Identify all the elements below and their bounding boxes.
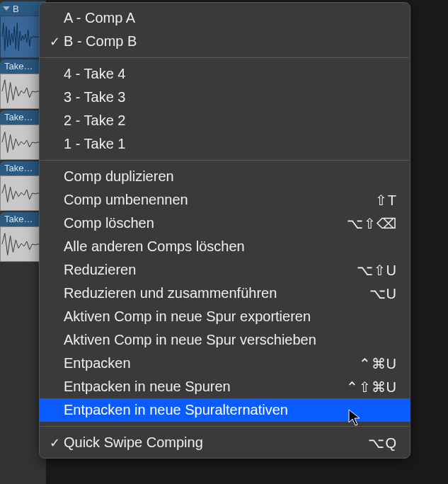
menu-item-label: Entpacken bbox=[64, 355, 359, 371]
menu-item-shortcut: ⌥U bbox=[369, 285, 397, 302]
menu-item[interactable]: 2 - Take 2 bbox=[40, 109, 410, 132]
take-folder-context-menu[interactable]: A - Comp A✓B - Comp B4 - Take 43 - Take … bbox=[39, 2, 410, 459]
menu-item-shortcut: ⌃⌘U bbox=[359, 355, 397, 372]
menu-item-label: Alle anderen Comps löschen bbox=[64, 238, 397, 255]
menu-item-label: Entpacken in neue Spuralternativen bbox=[64, 402, 397, 418]
menu-item-label: Comp duplizieren bbox=[64, 168, 397, 185]
menu-item-label: Entpacken in neue Spuren bbox=[64, 379, 346, 395]
menu-item-label: Comp umbenennen bbox=[64, 192, 375, 208]
menu-item[interactable]: 4 - Take 4 bbox=[40, 62, 410, 86]
menu-item-label: Aktiven Comp in neue Spur verschieben bbox=[64, 332, 397, 348]
menu-item[interactable]: A - Comp A bbox=[40, 6, 410, 30]
menu-item-label: B - Comp B bbox=[64, 33, 397, 50]
menu-separator bbox=[40, 57, 409, 58]
menu-item-label: Reduzieren und zusammenführen bbox=[64, 285, 369, 301]
region-header-label: B bbox=[13, 4, 19, 14]
menu-item-shortcut: ⌥⇧⌫ bbox=[347, 215, 397, 232]
menu-item-label: Reduzieren bbox=[64, 262, 357, 278]
menu-item-shortcut: ⇧T bbox=[375, 192, 397, 209]
menu-separator bbox=[40, 426, 409, 427]
menu-item[interactable]: Alle anderen Comps löschen bbox=[40, 235, 410, 258]
menu-item-label: Quick Swipe Comping bbox=[64, 434, 368, 451]
menu-item-label: 1 - Take 1 bbox=[64, 136, 397, 152]
menu-item[interactable]: Aktiven Comp in neue Spur verschieben bbox=[40, 328, 410, 352]
menu-item-label: 3 - Take 3 bbox=[64, 89, 397, 105]
menu-item-shortcut: ⌃⇧⌘U bbox=[346, 379, 397, 396]
menu-item[interactable]: Entpacken in neue Spuralternativen bbox=[40, 398, 410, 422]
checkmark-icon: ✓ bbox=[45, 435, 64, 451]
menu-item[interactable]: Reduzieren und zusammenführen⌥U bbox=[40, 282, 410, 305]
menu-item-shortcut: ⌥Q bbox=[368, 434, 397, 451]
menu-item[interactable]: Comp löschen⌥⇧⌫ bbox=[40, 212, 410, 235]
menu-item[interactable]: 3 - Take 3 bbox=[40, 86, 410, 109]
menu-item[interactable]: ✓Quick Swipe Comping⌥Q bbox=[40, 431, 410, 454]
menu-item[interactable]: Entpacken in neue Spuren⌃⇧⌘U bbox=[40, 375, 410, 398]
menu-item-label: 2 - Take 2 bbox=[64, 113, 397, 129]
disclosure-triangle-icon[interactable] bbox=[3, 6, 10, 11]
menu-item-label: Aktiven Comp in neue Spur exportieren bbox=[64, 309, 397, 325]
menu-item[interactable]: Reduzieren⌥⇧U bbox=[40, 258, 410, 282]
menu-item-label: Comp löschen bbox=[64, 215, 347, 231]
menu-item-label: A - Comp A bbox=[64, 10, 397, 26]
menu-item-shortcut: ⌥⇧U bbox=[357, 262, 397, 279]
menu-item[interactable]: Comp umbenennen⇧T bbox=[40, 188, 410, 212]
menu-item[interactable]: Entpacken⌃⌘U bbox=[40, 352, 410, 375]
menu-item[interactable]: ✓B - Comp B bbox=[40, 30, 410, 53]
menu-item[interactable]: Aktiven Comp in neue Spur exportieren bbox=[40, 305, 410, 328]
checkmark-icon: ✓ bbox=[45, 34, 64, 50]
menu-separator bbox=[40, 160, 409, 161]
menu-item[interactable]: 1 - Take 1 bbox=[40, 132, 410, 156]
menu-item-label: 4 - Take 4 bbox=[64, 66, 397, 82]
menu-item[interactable]: Comp duplizieren bbox=[40, 165, 410, 188]
